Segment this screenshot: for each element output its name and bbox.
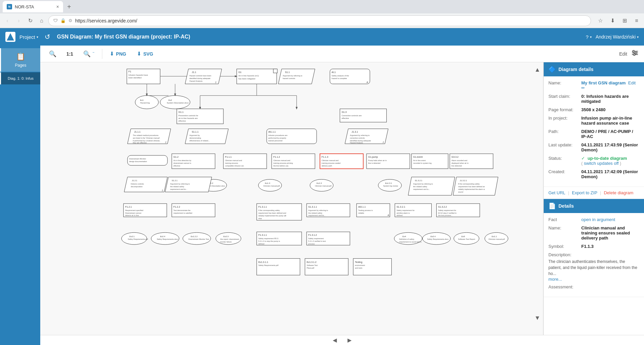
scroll-up-button[interactable]: ▲ bbox=[534, 66, 540, 73]
get-url-link[interactable]: Get URL bbox=[548, 190, 566, 195]
page-next-button[interactable]: ▶ bbox=[345, 336, 354, 345]
sidebar-item-diagram[interactable]: Diag. 1: 0: Infus bbox=[0, 72, 40, 84]
svg-text:Pump halts when air in: Pump halts when air in bbox=[368, 159, 387, 161]
in-project-value: Infusion pump air-in-line hazard assuran… bbox=[581, 116, 639, 126]
diagram-toolbar: 🔍 1:1 🔍 − ⬇ PNG ⬇ SVG Edit bbox=[40, 46, 644, 62]
svg-text:recorded in system log: recorded in system log bbox=[413, 162, 432, 164]
more-link[interactable]: more... bbox=[548, 277, 562, 282]
svg-text:airinline alarm is: airinline alarm is bbox=[396, 212, 410, 214]
export-svg-button[interactable]: ⬇ SVG bbox=[133, 49, 157, 59]
edit-button[interactable]: Edit bbox=[619, 51, 627, 57]
svg-text:J: J bbox=[165, 141, 166, 143]
details-section-header: 📄 Details bbox=[544, 199, 644, 213]
browser-controls: ‹ › ↻ ⌂ 🛡 🔒 ⚙ https://services.argevide.… bbox=[0, 13, 644, 28]
svg-text:Argument by referring to: Argument by referring to bbox=[170, 183, 190, 185]
svg-text:line detected: line detected bbox=[451, 165, 462, 167]
user-menu-button[interactable]: Andrzej Wardziński ▾ bbox=[596, 34, 639, 40]
back-button[interactable]: ‹ bbox=[3, 16, 12, 25]
new-tab-button[interactable]: + bbox=[64, 2, 74, 11]
export-png-button[interactable]: ⬇ PNG bbox=[106, 49, 129, 59]
svg-text:training ensures sealed: training ensures sealed bbox=[322, 162, 340, 164]
svg-text:been identified: been identified bbox=[128, 77, 142, 79]
zoom-in-button[interactable]: 🔍 bbox=[46, 48, 60, 60]
svg-text:requirement and ts...: requirement and ts... bbox=[413, 188, 430, 190]
active-tab[interactable]: N NOR-STA × bbox=[3, 1, 63, 12]
refresh-diagram-button[interactable]: ↺ bbox=[42, 31, 53, 42]
pages-icon: 📋 bbox=[16, 52, 25, 61]
svg-text:Argument by referring to: Argument by referring to bbox=[308, 209, 328, 211]
svg-text:G3.3.2: G3.3.2 bbox=[451, 156, 459, 158]
svg-text:Ev2.3: Ev2.3 bbox=[223, 235, 229, 237]
address-bar[interactable]: 🛡 🔒 ⚙ https://services.argevide.com/ bbox=[48, 15, 591, 26]
delete-diagram-link[interactable]: Delete diagram bbox=[604, 190, 633, 195]
svg-text:displayed when air in: displayed when air in bbox=[451, 162, 469, 164]
svg-text:Clinician manual.pdf: Clinician manual.pdf bbox=[315, 185, 331, 187]
svg-text:G1.event: G1.event bbox=[413, 156, 423, 158]
svg-text:Argument by referring to: Argument by referring to bbox=[350, 134, 370, 136]
download-button[interactable]: ⬇ bbox=[608, 16, 617, 25]
svg-text:G1.2: G1.2 bbox=[173, 156, 178, 158]
user-caret: ▾ bbox=[637, 35, 639, 39]
svg-text:Ev4: Ev4 bbox=[402, 235, 406, 237]
divider bbox=[102, 49, 102, 59]
diagram-area[interactable]: F1 Infusion hazards have been identified… bbox=[40, 62, 543, 335]
export-zip-link[interactable]: Export to ZIP bbox=[572, 190, 597, 195]
path-label: Path: bbox=[548, 129, 579, 139]
filter-button[interactable] bbox=[631, 49, 639, 58]
diagram-title: GSN Diagram: My first GSN diagram (proje… bbox=[57, 34, 582, 40]
created-row: Created: 04.11.2021 17:42:09 (Senior Dem… bbox=[548, 169, 639, 179]
sidebar: 📋 Pages Diag. 1: 0: Infus bbox=[0, 46, 40, 345]
svg-text:Safety requirement: Safety requirement bbox=[308, 237, 324, 239]
help-button[interactable]: ? ▾ bbox=[586, 34, 591, 40]
status-check-icon: ✓ bbox=[581, 156, 585, 161]
svg-text:design documentation: design documentation bbox=[129, 160, 147, 162]
diagram-details-section: 🔷 Diagram details Name: My first GSN dia… bbox=[544, 62, 644, 199]
svg-text:Safety Requirements.pdf: Safety Requirements.pdf bbox=[258, 265, 278, 267]
refresh-button[interactable]: ↻ bbox=[25, 16, 35, 25]
sidebar-item-pages[interactable]: 📋 Pages bbox=[0, 48, 40, 72]
svg-text:trained personnel: trained personnel bbox=[268, 140, 282, 142]
created-value: 04.11.2021 17:42:09 (Senior Demon) bbox=[581, 169, 639, 179]
page-nav-bottom: ◀ ▶ bbox=[40, 335, 644, 345]
app-wrapper: Project ▾ ↺ GSN Diagram: My first GSN di… bbox=[0, 28, 644, 345]
forward-button[interactable]: › bbox=[14, 16, 23, 25]
description-row: Description: The clinician authenticates… bbox=[548, 252, 639, 282]
svg-text:effective: effective bbox=[178, 120, 186, 122]
fact-row: Fact open in argument bbox=[548, 217, 639, 222]
svg-text:Clinician manual and: Clinician manual and bbox=[322, 159, 338, 161]
symbol-label: Symbol: bbox=[548, 244, 579, 249]
zoom-out-button[interactable]: 🔍 − bbox=[80, 48, 98, 60]
svg-text:process: process bbox=[308, 243, 315, 245]
svg-text:J1.2.1: J1.2.1 bbox=[132, 180, 138, 182]
extensions-button[interactable]: ⊞ bbox=[620, 16, 629, 25]
project-caret: ▾ bbox=[37, 35, 38, 39]
diagram-details-content: Name: My first GSN diagram Edit ✏ Start … bbox=[544, 76, 644, 187]
svg-text:Testing: Testing bbox=[355, 261, 362, 264]
svg-text:Safety Requirements.pdf: Safety Requirements.pdf bbox=[128, 238, 148, 240]
svg-text:If the corresponding safety: If the corresponding safety bbox=[258, 209, 280, 211]
menu-button[interactable]: ≡ bbox=[632, 16, 641, 25]
svg-text:requirement has been defined a: requirement has been defined and bbox=[258, 212, 286, 214]
status-row: Status: ✓ up-to-date diagram ( switch up… bbox=[548, 156, 639, 166]
start-claim-label: Start claim: bbox=[548, 94, 579, 104]
svg-text:G1: G1 bbox=[238, 71, 241, 73]
svg-text:the test process...: the test process... bbox=[438, 214, 452, 216]
diagram-name-value: My first GSN diagram Edit ✏ bbox=[581, 80, 639, 90]
home-button[interactable]: ⌂ bbox=[37, 16, 46, 25]
open-in-argument-link[interactable]: open in argument bbox=[581, 217, 615, 222]
scroll-down-button[interactable]: ▼ bbox=[534, 315, 540, 322]
project-menu-button[interactable]: Project ▾ bbox=[19, 34, 38, 40]
page-prev-button[interactable]: ◀ bbox=[330, 336, 339, 345]
bookmark-button[interactable]: ☆ bbox=[596, 16, 605, 25]
svg-text:Clinician manual.pdf: Clinician manual.pdf bbox=[263, 185, 280, 187]
svg-text:corrective controls: corrective controls bbox=[350, 137, 365, 139]
svg-text:defined: defined bbox=[396, 214, 402, 216]
details-content: Fact open in argument Name: Clinician ma… bbox=[544, 213, 644, 297]
tab-close-button[interactable]: × bbox=[56, 4, 59, 9]
description-text: The clinician authenticates themselves, … bbox=[548, 259, 639, 277]
svg-text:reliably implemented the alarm: reliably implemented the alarm w bbox=[458, 188, 485, 190]
svg-text:S1.3.2.1: S1.3.2.1 bbox=[396, 206, 405, 208]
svg-text:J1.3.1: J1.3.1 bbox=[352, 131, 358, 133]
switch-updates-link[interactable]: switch updates off bbox=[584, 161, 619, 166]
tab-bar: N NOR-STA × + bbox=[0, 0, 644, 13]
